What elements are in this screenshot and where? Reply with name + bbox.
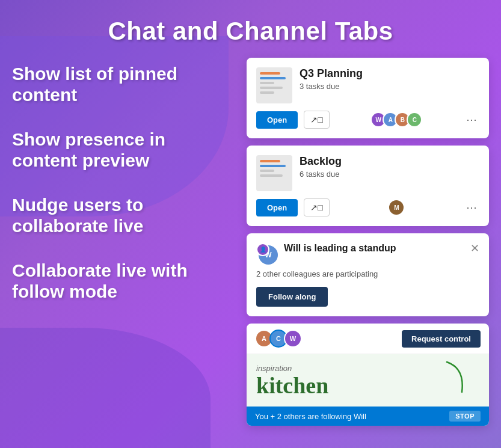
feature-nudge: Nudge users to collaborate live — [12, 195, 229, 236]
share-icon: ↗□ — [310, 115, 322, 124]
share-icon-2: ↗□ — [310, 203, 322, 212]
backlog-line-3 — [260, 170, 274, 172]
collab-live-card: A C W Request control inspiration kitche… — [247, 324, 489, 426]
standup-header: W 👤 Will is leading a standup ✕ — [256, 243, 479, 265]
follow-along-button[interactable]: Follow along — [256, 287, 328, 307]
collab-following-bar: You + 2 others are following Will STOP — [247, 407, 489, 426]
avatar-4: C — [407, 112, 422, 127]
backlog-avatars: M — [388, 199, 405, 216]
collab-content-area: inspiration kitchen — [247, 354, 489, 407]
feature-follow: Collaborate live with follow mode — [12, 260, 229, 302]
thumb-line-3 — [260, 82, 274, 84]
q3-footer: Open ↗□ W A B C ⋯ — [256, 111, 479, 129]
thumb-line-4 — [260, 87, 283, 89]
backlog-avatar-1: M — [388, 199, 405, 216]
collab-curve-decoration — [441, 356, 477, 400]
left-panel: Show list of pinned content Show presenc… — [12, 58, 229, 446]
backlog-more-button[interactable]: ⋯ — [464, 201, 479, 214]
standup-subtitle: 2 other colleagues are participating — [256, 269, 479, 278]
q3-card-header: Q3 Planning 3 tasks due — [256, 67, 479, 103]
thumb-line-2 — [260, 77, 286, 79]
feature-pinned: Show list of pinned content — [12, 64, 229, 105]
q3-subtitle: 3 tasks due — [300, 82, 479, 91]
q3-share-button[interactable]: ↗□ — [304, 111, 329, 129]
backlog-open-button[interactable]: Open — [256, 199, 298, 216]
q3-avatars: W A B C — [370, 112, 422, 127]
backlog-thumbnail — [256, 155, 292, 191]
right-panel: Q3 Planning 3 tasks due Open ↗□ W A B C … — [247, 58, 489, 446]
standup-card: W 👤 Will is leading a standup ✕ 2 other … — [247, 233, 489, 316]
backlog-share-button[interactable]: ↗□ — [304, 198, 329, 216]
q3-title: Q3 Planning — [300, 67, 479, 80]
backlog-card: Backlog 6 tasks due Open ↗□ M ⋯ — [247, 146, 489, 226]
page-title: Chat and Channel Tabs — [0, 0, 501, 58]
collab-av-3: W — [284, 330, 302, 348]
q3-info: Q3 Planning 3 tasks due — [300, 67, 479, 91]
following-text: You + 2 others are following Will — [255, 412, 366, 421]
backlog-line-4 — [260, 174, 283, 177]
backlog-card-header: Backlog 6 tasks due — [256, 155, 479, 191]
backlog-thumb-lines — [256, 155, 292, 182]
standup-av-fg: 👤 — [256, 243, 269, 256]
backlog-title: Backlog — [300, 155, 479, 168]
standup-close-button[interactable]: ✕ — [470, 243, 479, 254]
collab-avatars: A C W — [255, 330, 302, 348]
stop-follow-button[interactable]: STOP — [449, 411, 481, 422]
backlog-subtitle: 6 tasks due — [300, 170, 479, 179]
q3-more-button[interactable]: ⋯ — [464, 113, 479, 126]
q3-planning-card: Q3 Planning 3 tasks due Open ↗□ W A B C … — [247, 58, 489, 138]
standup-avatar-stack: W 👤 — [256, 243, 278, 265]
request-control-button[interactable]: Request control — [402, 330, 481, 348]
feature-presence: Show presence in content preview — [12, 129, 229, 171]
backlog-info: Backlog 6 tasks due — [300, 155, 479, 179]
thumb-line-5 — [260, 91, 274, 94]
q3-open-button[interactable]: Open — [256, 111, 298, 129]
main-layout: Show list of pinned content Show presenc… — [0, 58, 501, 446]
q3-thumb-lines — [256, 67, 292, 99]
backlog-line-2 — [260, 165, 286, 167]
q3-thumbnail — [256, 67, 292, 103]
backlog-footer: Open ↗□ M ⋯ — [256, 198, 479, 216]
collab-header: A C W Request control — [247, 324, 489, 354]
backlog-line-1 — [260, 160, 280, 162]
thumb-line-1 — [260, 72, 280, 75]
standup-title: Will is leading a standup — [284, 243, 464, 254]
